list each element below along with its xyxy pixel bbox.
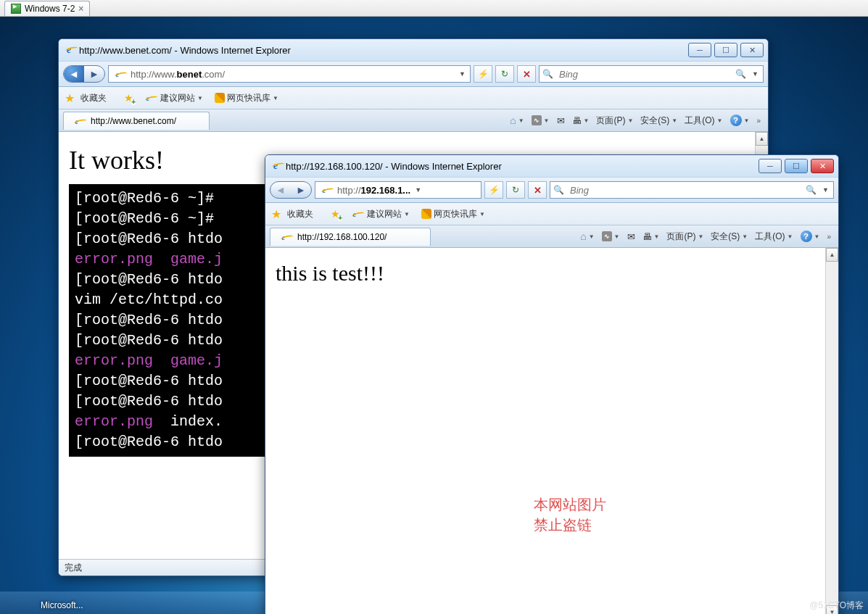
ie-favicon-icon: e xyxy=(349,208,360,220)
image-watermark: @51CTO博客 xyxy=(809,600,864,612)
web-slice-link[interactable]: 网页快讯库 ▼ xyxy=(212,91,281,106)
minimize-button[interactable]: ─ xyxy=(688,43,711,57)
add-favorite-icon[interactable]: ★ xyxy=(124,92,133,104)
safety-menu[interactable]: 安全(S)▼ xyxy=(637,113,680,128)
web-slice-icon xyxy=(215,93,225,103)
page-heading: this is test!!! xyxy=(276,261,816,286)
feeds-button[interactable]: ∿▼ xyxy=(599,230,623,243)
chevron-down-icon: ▼ xyxy=(479,211,485,217)
feeds-button[interactable]: ∿▼ xyxy=(529,114,553,127)
favorites-star-icon[interactable]: ★ xyxy=(65,91,75,105)
print-button[interactable]: 🖶▼ xyxy=(569,114,592,128)
forward-button[interactable]: ► xyxy=(291,182,311,198)
search-dropdown-icon[interactable]: ▼ xyxy=(751,70,760,78)
tab-command-bar: e http://192.168.100.120/ ⌂▼ ∿▼ ✉ 🖶▼ 页面(… xyxy=(265,225,838,248)
favorites-label[interactable]: 收藏夹 xyxy=(287,208,313,220)
search-go-icon[interactable]: 🔍 xyxy=(735,69,746,79)
vm-tab[interactable]: Windows 7-2 × xyxy=(4,1,90,16)
tab-label: http://192.168.100.120/ xyxy=(297,232,387,242)
search-go-icon[interactable]: 🔍 xyxy=(806,185,817,195)
address-bar[interactable]: e http://192.168.1... ▼ xyxy=(315,181,481,199)
status-text: 完成 xyxy=(65,562,82,574)
maximize-button[interactable]: ☐ xyxy=(785,159,808,173)
page-favicon-icon: e xyxy=(112,68,123,80)
back-button[interactable]: ◄ xyxy=(270,182,291,198)
read-mail-button[interactable]: ✉ xyxy=(624,230,638,244)
search-icon: 🔍 xyxy=(542,69,553,79)
maximize-button[interactable]: ☐ xyxy=(714,43,737,57)
safety-menu[interactable]: 安全(S)▼ xyxy=(708,229,751,244)
help-button[interactable]: ?▼ xyxy=(727,113,753,128)
page-menu[interactable]: 页面(P)▼ xyxy=(664,229,706,244)
compat-view-button[interactable]: ⚡ xyxy=(484,181,503,199)
nav-back-forward: ◄ ► xyxy=(270,181,312,199)
vm-icon xyxy=(11,4,21,14)
tab-label: http://www.benet.com/ xyxy=(91,116,176,126)
suggested-sites-link[interactable]: e 建议网站 ▼ xyxy=(139,91,206,106)
search-bar[interactable]: 🔍 🔍 ▼ xyxy=(550,181,834,199)
tab-favicon-icon: e xyxy=(278,231,289,243)
address-text: http://192.168.1... xyxy=(337,185,410,196)
favorites-label[interactable]: 收藏夹 xyxy=(80,92,107,104)
address-bar[interactable]: e http://www.benet.com/ ▼ xyxy=(108,65,471,83)
tab-favicon-icon: e xyxy=(71,115,83,127)
home-button[interactable]: ⌂▼ xyxy=(577,229,597,244)
chevron-down-icon: ▼ xyxy=(273,95,278,101)
add-favorite-icon[interactable]: ★ xyxy=(331,208,340,220)
ie-logo-icon: e xyxy=(270,160,281,172)
web-slice-icon xyxy=(421,209,431,219)
web-slice-link[interactable]: 网页快讯库 ▼ xyxy=(418,207,488,222)
home-button[interactable]: ⌂▼ xyxy=(507,113,526,128)
close-button[interactable]: ✕ xyxy=(811,159,834,173)
hotlink-warning: 本网站图片 禁止盗链 xyxy=(534,494,606,535)
ie-window-2: e http://192.168.100.120/ - Windows Inte… xyxy=(265,154,839,614)
back-button[interactable]: ◄ xyxy=(64,66,84,82)
search-bar[interactable]: 🔍 🔍 ▼ xyxy=(539,65,764,83)
titlebar[interactable]: e http://www.benet.com/ - Windows Intern… xyxy=(59,39,768,61)
expand-toolbar-icon[interactable]: » xyxy=(824,233,834,241)
page-content: this is test!!! 本网站图片 禁止盗链 ▲ ▼ xyxy=(265,248,838,614)
scroll-up-icon[interactable]: ▲ xyxy=(826,248,838,262)
desktop: Microsoft... e http://www.benet.com/ - W… xyxy=(0,17,868,614)
tools-menu[interactable]: 工具(O)▼ xyxy=(682,113,725,128)
ie-favicon-icon: e xyxy=(142,92,154,104)
minimize-button[interactable]: ─ xyxy=(759,159,782,173)
page-favicon-icon: e xyxy=(318,184,330,196)
tools-menu[interactable]: 工具(O)▼ xyxy=(752,229,795,244)
vertical-scrollbar[interactable]: ▲ ▼ xyxy=(825,248,838,614)
favorites-bar: ★ 收藏夹 ★ e 建议网站 ▼ 网页快讯库 ▼ xyxy=(265,203,838,225)
forward-button[interactable]: ► xyxy=(84,66,104,82)
read-mail-button[interactable]: ✉ xyxy=(554,114,568,128)
help-button[interactable]: ?▼ xyxy=(798,229,823,244)
titlebar[interactable]: e http://192.168.100.120/ - Windows Inte… xyxy=(265,155,838,177)
suggested-sites-link[interactable]: e 建议网站 ▼ xyxy=(346,207,413,222)
print-button[interactable]: 🖶▼ xyxy=(640,230,663,244)
page-tab[interactable]: e http://192.168.100.120/ xyxy=(270,228,431,246)
tab-command-bar: e http://www.benet.com/ ⌂▼ ∿▼ ✉ 🖶▼ 页面(P)… xyxy=(59,109,768,132)
nav-toolbar: ◄ ► e http://192.168.1... ▼ ⚡ ↻ ✕ 🔍 🔍 ▼ xyxy=(265,177,838,203)
address-dropdown-icon[interactable]: ▼ xyxy=(458,70,467,78)
favorites-bar: ★ 收藏夹 ★ e 建议网站 ▼ 网页快讯库 ▼ xyxy=(59,87,768,109)
search-input[interactable] xyxy=(558,68,731,80)
refresh-button[interactable]: ↻ xyxy=(495,65,514,83)
close-button[interactable]: ✕ xyxy=(740,43,764,57)
refresh-button[interactable]: ↻ xyxy=(506,181,525,199)
favorites-star-icon[interactable]: ★ xyxy=(271,207,281,221)
vm-tab-label: Windows 7-2 xyxy=(25,4,75,14)
search-input[interactable] xyxy=(569,184,801,196)
stop-button[interactable]: ✕ xyxy=(517,65,536,83)
compat-view-button[interactable]: ⚡ xyxy=(474,65,492,83)
vm-tab-close-icon[interactable]: × xyxy=(78,4,83,14)
nav-back-forward: ◄ ► xyxy=(63,65,105,83)
stop-button[interactable]: ✕ xyxy=(528,181,547,199)
window-title: http://192.168.100.120/ - Windows Intern… xyxy=(286,161,759,172)
scroll-up-icon[interactable]: ▲ xyxy=(756,132,768,146)
expand-toolbar-icon[interactable]: » xyxy=(753,117,764,125)
search-dropdown-icon[interactable]: ▼ xyxy=(821,186,830,194)
window-title: http://www.benet.com/ - Windows Internet… xyxy=(79,45,688,56)
page-menu[interactable]: 页面(P)▼ xyxy=(593,113,636,128)
page-tab[interactable]: e http://www.benet.com/ xyxy=(63,112,210,130)
address-dropdown-icon[interactable]: ▼ xyxy=(413,186,423,194)
taskbar-app-label[interactable]: Microsoft... xyxy=(41,600,83,610)
terminal-output: [root@Red6-6 ~]#[root@Red6-6 ~]#[root@Re… xyxy=(69,184,276,457)
